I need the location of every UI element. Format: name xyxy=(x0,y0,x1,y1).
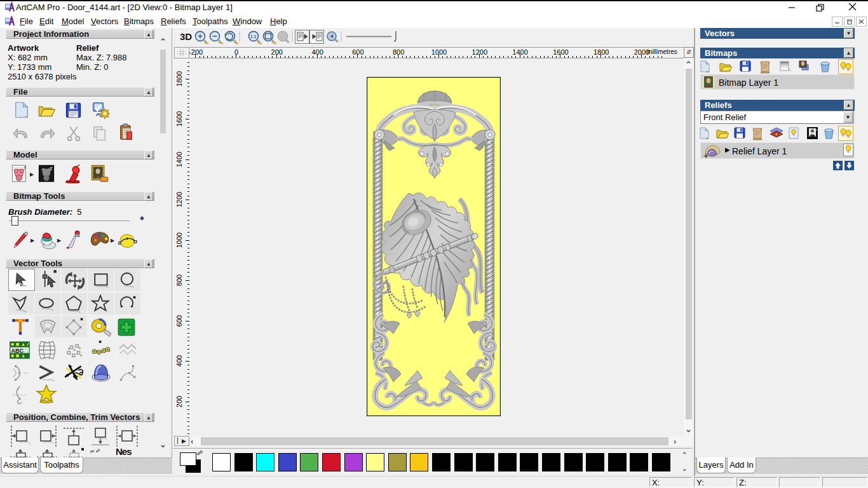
svg-text:1:1: 1:1 xyxy=(250,34,257,39)
svg-text:T: T xyxy=(50,166,53,172)
svg-text:ABC: ABC xyxy=(11,348,24,354)
svg-text:+: + xyxy=(815,128,817,132)
svg-text:T: T xyxy=(24,165,27,171)
